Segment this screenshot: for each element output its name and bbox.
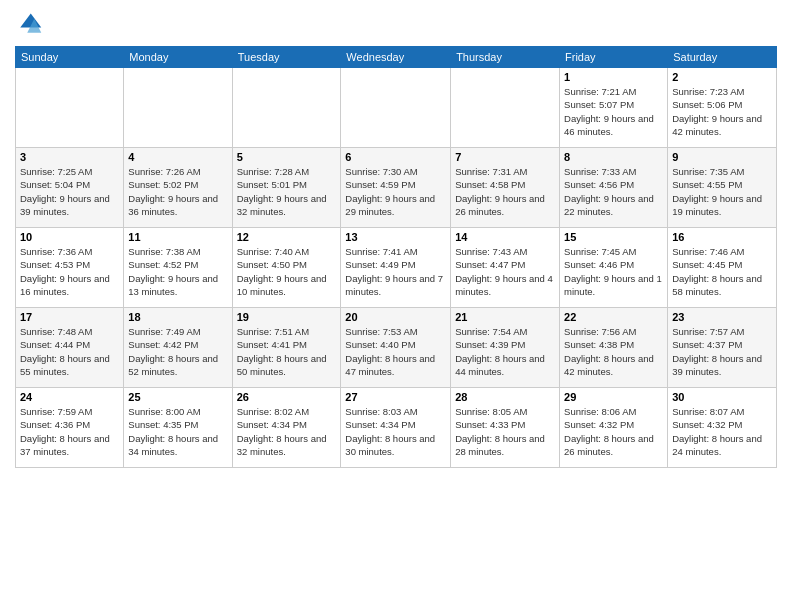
day-number: 17 xyxy=(20,311,119,323)
week-row-2: 3Sunrise: 7:25 AM Sunset: 5:04 PM Daylig… xyxy=(16,148,777,228)
day-number: 6 xyxy=(345,151,446,163)
svg-marker-0 xyxy=(20,14,41,28)
day-cell: 10Sunrise: 7:36 AM Sunset: 4:53 PM Dayli… xyxy=(16,228,124,308)
day-cell: 16Sunrise: 7:46 AM Sunset: 4:45 PM Dayli… xyxy=(668,228,777,308)
day-cell: 6Sunrise: 7:30 AM Sunset: 4:59 PM Daylig… xyxy=(341,148,451,228)
day-info: Sunrise: 7:46 AM Sunset: 4:45 PM Dayligh… xyxy=(672,245,772,298)
day-info: Sunrise: 7:53 AM Sunset: 4:40 PM Dayligh… xyxy=(345,325,446,378)
day-info: Sunrise: 7:57 AM Sunset: 4:37 PM Dayligh… xyxy=(672,325,772,378)
day-number: 14 xyxy=(455,231,555,243)
day-info: Sunrise: 7:38 AM Sunset: 4:52 PM Dayligh… xyxy=(128,245,227,298)
day-info: Sunrise: 7:59 AM Sunset: 4:36 PM Dayligh… xyxy=(20,405,119,458)
day-cell: 30Sunrise: 8:07 AM Sunset: 4:32 PM Dayli… xyxy=(668,388,777,468)
day-cell: 24Sunrise: 7:59 AM Sunset: 4:36 PM Dayli… xyxy=(16,388,124,468)
day-cell: 9Sunrise: 7:35 AM Sunset: 4:55 PM Daylig… xyxy=(668,148,777,228)
day-number: 5 xyxy=(237,151,337,163)
day-number: 16 xyxy=(672,231,772,243)
day-cell: 12Sunrise: 7:40 AM Sunset: 4:50 PM Dayli… xyxy=(232,228,341,308)
day-info: Sunrise: 7:23 AM Sunset: 5:06 PM Dayligh… xyxy=(672,85,772,138)
day-number: 3 xyxy=(20,151,119,163)
day-cell: 2Sunrise: 7:23 AM Sunset: 5:06 PM Daylig… xyxy=(668,68,777,148)
day-cell: 1Sunrise: 7:21 AM Sunset: 5:07 PM Daylig… xyxy=(560,68,668,148)
day-number: 2 xyxy=(672,71,772,83)
day-number: 13 xyxy=(345,231,446,243)
day-cell: 11Sunrise: 7:38 AM Sunset: 4:52 PM Dayli… xyxy=(124,228,232,308)
day-info: Sunrise: 7:30 AM Sunset: 4:59 PM Dayligh… xyxy=(345,165,446,218)
day-cell: 23Sunrise: 7:57 AM Sunset: 4:37 PM Dayli… xyxy=(668,308,777,388)
day-info: Sunrise: 8:05 AM Sunset: 4:33 PM Dayligh… xyxy=(455,405,555,458)
day-number: 20 xyxy=(345,311,446,323)
week-row-4: 17Sunrise: 7:48 AM Sunset: 4:44 PM Dayli… xyxy=(16,308,777,388)
week-row-5: 24Sunrise: 7:59 AM Sunset: 4:36 PM Dayli… xyxy=(16,388,777,468)
calendar: SundayMondayTuesdayWednesdayThursdayFrid… xyxy=(15,46,777,468)
day-cell: 15Sunrise: 7:45 AM Sunset: 4:46 PM Dayli… xyxy=(560,228,668,308)
day-number: 9 xyxy=(672,151,772,163)
day-number: 25 xyxy=(128,391,227,403)
day-info: Sunrise: 7:31 AM Sunset: 4:58 PM Dayligh… xyxy=(455,165,555,218)
logo xyxy=(15,10,47,38)
week-row-3: 10Sunrise: 7:36 AM Sunset: 4:53 PM Dayli… xyxy=(16,228,777,308)
day-cell xyxy=(341,68,451,148)
weekday-header-tuesday: Tuesday xyxy=(232,47,341,68)
day-cell xyxy=(124,68,232,148)
weekday-header-friday: Friday xyxy=(560,47,668,68)
day-cell: 29Sunrise: 8:06 AM Sunset: 4:32 PM Dayli… xyxy=(560,388,668,468)
day-number: 24 xyxy=(20,391,119,403)
day-info: Sunrise: 7:41 AM Sunset: 4:49 PM Dayligh… xyxy=(345,245,446,298)
day-number: 8 xyxy=(564,151,663,163)
day-info: Sunrise: 7:40 AM Sunset: 4:50 PM Dayligh… xyxy=(237,245,337,298)
day-number: 4 xyxy=(128,151,227,163)
day-info: Sunrise: 7:33 AM Sunset: 4:56 PM Dayligh… xyxy=(564,165,663,218)
day-info: Sunrise: 7:26 AM Sunset: 5:02 PM Dayligh… xyxy=(128,165,227,218)
day-cell: 7Sunrise: 7:31 AM Sunset: 4:58 PM Daylig… xyxy=(451,148,560,228)
day-number: 1 xyxy=(564,71,663,83)
day-cell: 4Sunrise: 7:26 AM Sunset: 5:02 PM Daylig… xyxy=(124,148,232,228)
weekday-header-sunday: Sunday xyxy=(16,47,124,68)
day-cell: 13Sunrise: 7:41 AM Sunset: 4:49 PM Dayli… xyxy=(341,228,451,308)
day-info: Sunrise: 8:03 AM Sunset: 4:34 PM Dayligh… xyxy=(345,405,446,458)
day-cell xyxy=(232,68,341,148)
day-cell: 8Sunrise: 7:33 AM Sunset: 4:56 PM Daylig… xyxy=(560,148,668,228)
day-cell: 22Sunrise: 7:56 AM Sunset: 4:38 PM Dayli… xyxy=(560,308,668,388)
weekday-header-saturday: Saturday xyxy=(668,47,777,68)
day-cell: 25Sunrise: 8:00 AM Sunset: 4:35 PM Dayli… xyxy=(124,388,232,468)
day-cell: 26Sunrise: 8:02 AM Sunset: 4:34 PM Dayli… xyxy=(232,388,341,468)
header xyxy=(15,10,777,38)
day-info: Sunrise: 7:49 AM Sunset: 4:42 PM Dayligh… xyxy=(128,325,227,378)
day-info: Sunrise: 7:28 AM Sunset: 5:01 PM Dayligh… xyxy=(237,165,337,218)
day-cell: 28Sunrise: 8:05 AM Sunset: 4:33 PM Dayli… xyxy=(451,388,560,468)
day-info: Sunrise: 7:51 AM Sunset: 4:41 PM Dayligh… xyxy=(237,325,337,378)
day-cell: 27Sunrise: 8:03 AM Sunset: 4:34 PM Dayli… xyxy=(341,388,451,468)
weekday-header-wednesday: Wednesday xyxy=(341,47,451,68)
day-number: 19 xyxy=(237,311,337,323)
day-number: 18 xyxy=(128,311,227,323)
day-cell: 14Sunrise: 7:43 AM Sunset: 4:47 PM Dayli… xyxy=(451,228,560,308)
day-info: Sunrise: 7:43 AM Sunset: 4:47 PM Dayligh… xyxy=(455,245,555,298)
week-row-1: 1Sunrise: 7:21 AM Sunset: 5:07 PM Daylig… xyxy=(16,68,777,148)
day-info: Sunrise: 7:25 AM Sunset: 5:04 PM Dayligh… xyxy=(20,165,119,218)
day-info: Sunrise: 7:36 AM Sunset: 4:53 PM Dayligh… xyxy=(20,245,119,298)
day-number: 28 xyxy=(455,391,555,403)
day-number: 27 xyxy=(345,391,446,403)
day-number: 23 xyxy=(672,311,772,323)
day-number: 30 xyxy=(672,391,772,403)
day-cell: 21Sunrise: 7:54 AM Sunset: 4:39 PM Dayli… xyxy=(451,308,560,388)
day-cell xyxy=(451,68,560,148)
day-cell: 19Sunrise: 7:51 AM Sunset: 4:41 PM Dayli… xyxy=(232,308,341,388)
day-info: Sunrise: 8:00 AM Sunset: 4:35 PM Dayligh… xyxy=(128,405,227,458)
day-number: 22 xyxy=(564,311,663,323)
calendar-header-row: SundayMondayTuesdayWednesdayThursdayFrid… xyxy=(16,47,777,68)
day-info: Sunrise: 7:48 AM Sunset: 4:44 PM Dayligh… xyxy=(20,325,119,378)
day-number: 26 xyxy=(237,391,337,403)
day-cell: 3Sunrise: 7:25 AM Sunset: 5:04 PM Daylig… xyxy=(16,148,124,228)
weekday-header-monday: Monday xyxy=(124,47,232,68)
day-info: Sunrise: 8:02 AM Sunset: 4:34 PM Dayligh… xyxy=(237,405,337,458)
day-cell: 20Sunrise: 7:53 AM Sunset: 4:40 PM Dayli… xyxy=(341,308,451,388)
day-number: 21 xyxy=(455,311,555,323)
day-info: Sunrise: 7:45 AM Sunset: 4:46 PM Dayligh… xyxy=(564,245,663,298)
day-cell: 18Sunrise: 7:49 AM Sunset: 4:42 PM Dayli… xyxy=(124,308,232,388)
day-info: Sunrise: 8:07 AM Sunset: 4:32 PM Dayligh… xyxy=(672,405,772,458)
day-info: Sunrise: 7:21 AM Sunset: 5:07 PM Dayligh… xyxy=(564,85,663,138)
day-number: 11 xyxy=(128,231,227,243)
day-cell xyxy=(16,68,124,148)
